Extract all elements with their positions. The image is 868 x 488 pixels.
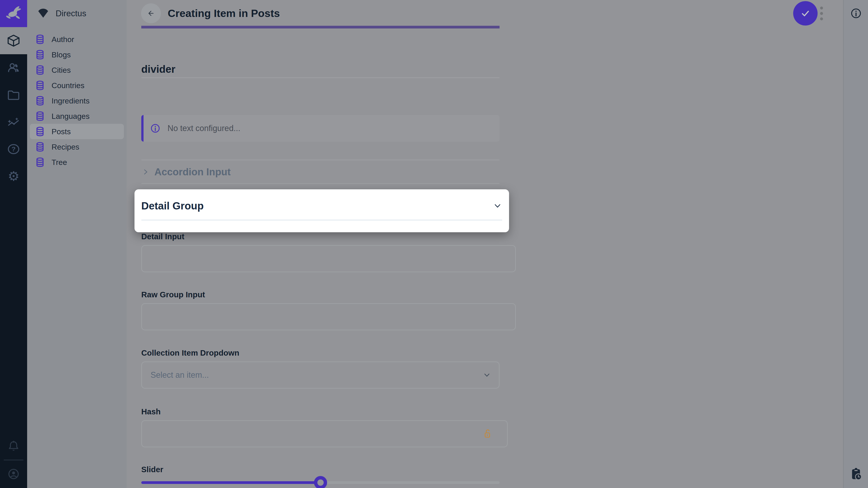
- collection-label: Ingredients: [52, 96, 90, 105]
- module-users[interactable]: [0, 54, 27, 81]
- sidebar-collection-item[interactable]: Recipes: [30, 139, 124, 155]
- slider-control[interactable]: [141, 481, 500, 484]
- collection-label: Tree: [52, 158, 67, 167]
- info-icon: [850, 7, 862, 20]
- slider-label: Slider: [141, 464, 163, 475]
- card-divider: [141, 220, 502, 221]
- directus-app: ? ⚙: [0, 0, 868, 488]
- hash-input-field[interactable]: [141, 420, 508, 447]
- accordion-title: Accordion Input: [154, 166, 230, 177]
- folder-icon: [6, 88, 21, 102]
- module-bar-bottom: [0, 432, 27, 488]
- detail-group-title: Detail Group: [141, 200, 204, 212]
- sidebar-collection-item[interactable]: Cities: [30, 62, 124, 78]
- svg-text:?: ?: [11, 145, 16, 153]
- revisions-button[interactable]: [850, 467, 862, 481]
- divider-heading: divider: [141, 64, 176, 75]
- database-icon: [35, 34, 45, 44]
- chevron-right-icon: [141, 168, 150, 176]
- module-files[interactable]: [0, 81, 27, 108]
- detail-input-label: Detail Input: [141, 231, 184, 242]
- right-sidebar: [843, 0, 868, 488]
- user-avatar-icon: [7, 467, 20, 481]
- user-menu-button[interactable]: [0, 460, 27, 488]
- lock-open-icon: [483, 428, 493, 439]
- insights-sparkline-icon: [6, 115, 21, 129]
- content-cube-icon: [6, 33, 21, 48]
- section-rule: [141, 160, 500, 160]
- collection-list: Author Blogs Cities: [27, 32, 127, 170]
- sidebar-collection-item[interactable]: Author: [30, 32, 124, 47]
- sidebar-collection-item[interactable]: Tree: [30, 155, 124, 170]
- project-name: Directus: [56, 9, 86, 18]
- navigation-panel: Directus Author Blogs: [27, 0, 127, 488]
- module-bar: ? ⚙: [0, 0, 27, 488]
- clipboard-clock-icon: [850, 467, 862, 481]
- module-settings[interactable]: ⚙: [0, 163, 27, 190]
- collection-label: Countries: [52, 81, 85, 90]
- database-icon: [35, 80, 45, 91]
- rabbit-logo-icon: [5, 5, 22, 22]
- info-sidebar-button[interactable]: [850, 7, 862, 20]
- database-icon: [35, 96, 45, 106]
- notice-banner: No text configured...: [141, 115, 500, 142]
- divider-rule: [141, 77, 500, 78]
- collection-label: Languages: [52, 112, 90, 121]
- detail-group-card[interactable]: Detail Group: [134, 189, 509, 232]
- database-icon: [35, 142, 45, 152]
- hash-field-wrap: [141, 420, 500, 447]
- detail-input-field[interactable]: [141, 245, 516, 272]
- database-icon: [35, 126, 45, 137]
- sidebar-collection-item[interactable]: Countries: [30, 78, 124, 93]
- module-insights[interactable]: [0, 108, 27, 135]
- form-content: divider No text configured... Accordion …: [127, 0, 843, 488]
- accordion-input-header[interactable]: Accordion Input: [141, 164, 230, 180]
- module-help[interactable]: ?: [0, 135, 27, 163]
- section-rule: [141, 183, 500, 184]
- database-icon: [35, 65, 45, 75]
- database-icon: [35, 157, 45, 167]
- bell-icon: [7, 439, 20, 453]
- slider-fill: [141, 481, 320, 484]
- raw-group-input-field[interactable]: [141, 303, 516, 330]
- chevron-down-icon[interactable]: [493, 201, 502, 210]
- notice-info-icon: [150, 123, 161, 134]
- database-icon: [35, 50, 45, 60]
- collection-item-dropdown-label: Collection Item Dropdown: [141, 347, 239, 359]
- collection-label: Recipes: [52, 142, 79, 151]
- hash-label: Hash: [141, 406, 161, 417]
- collection-label: Blogs: [52, 51, 71, 59]
- help-icon: ?: [6, 142, 21, 156]
- sidebar-collection-item[interactable]: Languages: [30, 108, 124, 124]
- collection-label: Posts: [52, 127, 71, 136]
- slider-thumb[interactable]: [314, 476, 327, 488]
- sidebar-collection-item[interactable]: Posts: [30, 124, 124, 139]
- group-border-line: [141, 26, 500, 29]
- project-fan-icon: [37, 7, 50, 20]
- notice-text: No text configured...: [167, 124, 240, 133]
- notifications-button[interactable]: [0, 432, 27, 459]
- collection-label: Author: [52, 35, 74, 44]
- sidebar-collection-item[interactable]: Blogs: [30, 47, 124, 62]
- gear-icon: ⚙: [8, 170, 20, 183]
- collection-label: Cities: [52, 66, 71, 74]
- database-icon: [35, 111, 45, 121]
- directus-logo[interactable]: [0, 0, 27, 27]
- collection-item-dropdown[interactable]: Select an item...: [141, 361, 500, 389]
- dropdown-placeholder: Select an item...: [151, 370, 483, 380]
- project-chooser[interactable]: Directus: [27, 0, 127, 27]
- users-icon: [6, 61, 21, 75]
- raw-group-input-label: Raw Group Input: [141, 289, 205, 300]
- sidebar-collection-item[interactable]: Ingredients: [30, 93, 124, 108]
- chevron-down-icon: [483, 371, 491, 379]
- module-content[interactable]: [0, 27, 27, 54]
